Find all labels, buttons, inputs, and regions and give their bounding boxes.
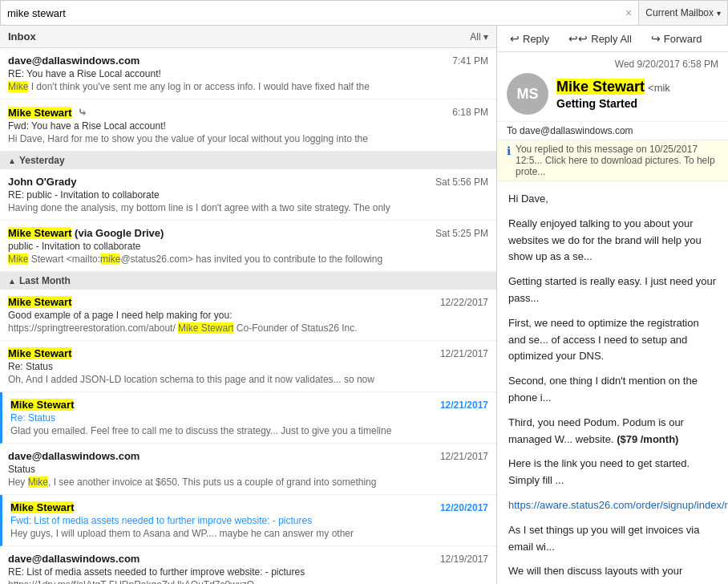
reply-all-label: Reply All	[591, 33, 632, 45]
email-sender: Mike Stewart	[8, 347, 71, 359]
email-preview: Oh, And I added JSON-LD location schema …	[8, 374, 488, 385]
detail-date: Wed 9/20/2017 6:58 PM	[507, 59, 718, 70]
email-sender: Mike Stewart	[8, 296, 71, 308]
detail-toolbar: ↩ Reply ↩↩ Reply All ↪ Forward	[497, 26, 728, 52]
body-paragraph: Here is the link you need to get started…	[508, 456, 717, 489]
body-link-paragraph: https://aware.status26.com/order/signup/…	[508, 497, 717, 514]
body-paragraph: Hi Dave,	[508, 191, 717, 208]
email-sender: Mike Stewart ⤷	[8, 106, 87, 119]
group-header-yesterday: ▲ Yesterday	[0, 152, 496, 169]
info-bar-text: You replied to this message on 10/25/201…	[516, 144, 718, 177]
sender-name-highlight: Mike Stewart	[556, 79, 645, 95]
email-item-header: John O'Grady Sat 5:56 PM	[8, 176, 488, 188]
email-subject: RE: List of media assets needed to furth…	[8, 566, 488, 578]
email-sender: Mike Stewart (via Google Drive)	[8, 227, 164, 239]
email-subject: RE: You have a Rise Local account!	[8, 68, 488, 79]
email-subject: Good example of a page I need help makin…	[8, 310, 488, 321]
forward-label: Forward	[664, 33, 702, 45]
body-paragraph: As I set things up you will get invoices…	[508, 522, 717, 556]
email-sender: dave@dallaswindows.com	[8, 55, 140, 67]
forward-button[interactable]: ↪ Forward	[648, 30, 706, 47]
email-item-header: dave@dallaswindows.com 7:41 PM	[8, 55, 488, 67]
email-time: 12/21/2017	[440, 451, 488, 462]
email-preview: https://springtreerestoration.com/about/…	[8, 322, 488, 334]
list-item[interactable]: dave@dallaswindows.com 12/19/2017 RE: Li…	[0, 546, 496, 584]
body-paragraph: We will then discuss layouts with your c…	[508, 563, 717, 584]
email-time: 7:41 PM	[452, 55, 488, 67]
email-subject: Re: Status	[10, 412, 488, 424]
reply-all-button[interactable]: ↩↩ Reply All	[565, 30, 635, 47]
list-item[interactable]: Mike Stewart (via Google Drive) Sat 5:25…	[0, 221, 496, 272]
all-filter-button[interactable]: All ▾	[470, 31, 488, 43]
main-layout: Inbox All ▾ dave@dallaswindows.com 7:41 …	[0, 26, 728, 584]
list-item[interactable]: Mike Stewart 12/21/2017 Re: Status Oh, A…	[0, 341, 496, 392]
email-preview: Glad you emailed. Feel free to call me t…	[10, 425, 488, 436]
chevron-down-icon: ▾	[717, 9, 721, 18]
email-subject: public - Invitation to collaborate	[8, 241, 488, 252]
collapse-icon: ▲	[8, 277, 16, 286]
email-time: 12/20/2017	[440, 502, 488, 513]
reply-icon: ↩	[510, 32, 520, 45]
email-sender: Mike Stewart	[10, 399, 74, 411]
body-paragraph: Really enjoyed talking to you about your…	[508, 216, 717, 266]
forward-icon: ↪	[651, 32, 661, 45]
forward-icon: ⤷	[78, 106, 87, 119]
email-item-header: Mike Stewart 12/20/2017	[10, 501, 488, 513]
search-bar: × Current Mailbox ▾	[0, 0, 728, 26]
reply-button[interactable]: ↩ Reply	[507, 30, 552, 47]
avatar: MS	[507, 73, 548, 115]
detail-body: Hi Dave, Really enjoyed talking to you a…	[497, 181, 728, 584]
email-time: Sat 5:56 PM	[435, 176, 488, 188]
email-time: 12/19/2017	[440, 554, 488, 565]
email-subject: Fwd: List of media assets needed to furt…	[10, 515, 488, 526]
email-sender: John O'Grady	[8, 176, 76, 188]
detail-to: To dave@dallaswindows.com	[497, 122, 728, 140]
list-item[interactable]: dave@dallaswindows.com 7:41 PM RE: You h…	[0, 48, 496, 99]
signup-link[interactable]: https://aware.status26.com/order/signup/…	[508, 499, 728, 511]
reply-label: Reply	[523, 33, 549, 45]
search-scope-dropdown[interactable]: Current Mailbox ▾	[638, 1, 727, 25]
group-label: Yesterday	[19, 155, 65, 166]
to-label: To	[507, 125, 517, 136]
email-preview: Hey guys, I will upload them to Asana an…	[10, 528, 488, 539]
email-time: Sat 5:25 PM	[435, 228, 488, 239]
email-list-panel: Inbox All ▾ dave@dallaswindows.com 7:41 …	[0, 26, 497, 584]
email-time: 12/21/2017	[440, 348, 488, 359]
email-item-header: Mike Stewart ⤷ 6:18 PM	[8, 106, 488, 119]
search-input[interactable]	[1, 4, 619, 22]
body-paragraph: Third, you need Podum. Podum is our mana…	[508, 415, 717, 448]
email-subject: RE: public - Invitation to collaborate	[8, 189, 488, 201]
email-time: 6:18 PM	[452, 107, 488, 118]
sender-name-row: Mike Stewart <mik	[556, 79, 718, 95]
email-preview: Having done the analysis, my bottom line…	[8, 202, 488, 213]
list-item[interactable]: John O'Grady Sat 5:56 PM RE: public - In…	[0, 169, 496, 221]
email-subject: Re: Status	[8, 361, 488, 372]
list-item[interactable]: Mike Stewart 12/20/2017 Fwd: List of med…	[0, 495, 496, 546]
email-preview: Hey Mike, I see another invoice at $650.…	[8, 477, 488, 488]
inbox-label: Inbox	[8, 30, 36, 43]
list-item[interactable]: Mike Stewart 12/22/2017 Good example of …	[0, 290, 496, 341]
list-item[interactable]: Mike Stewart ⤷ 6:18 PM Fwd: You have a R…	[0, 99, 496, 152]
email-time: 12/21/2017	[440, 399, 488, 411]
email-item-header: dave@dallaswindows.com 12/21/2017	[8, 450, 488, 462]
list-item[interactable]: Mike Stewart 12/21/2017 Re: Status Glad …	[0, 392, 496, 444]
email-item-header: dave@dallaswindows.com 12/19/2017	[8, 553, 488, 565]
sender-email-part: <mik	[648, 82, 670, 94]
email-subject: Status	[8, 464, 488, 475]
detail-subject: Getting Started	[556, 97, 718, 110]
search-clear-button[interactable]: ×	[619, 6, 638, 19]
inbox-header: Inbox All ▾	[0, 26, 496, 48]
email-sender: dave@dallaswindows.com	[8, 450, 140, 462]
detail-info-bar[interactable]: ℹ You replied to this message on 10/25/2…	[497, 140, 728, 181]
email-preview: https://1drv.ms/f/s!AtqT-FURnRakgeZyUkAO…	[8, 579, 488, 584]
email-detail-panel: ↩ Reply ↩↩ Reply All ↪ Forward Wed 9/20/…	[497, 26, 728, 584]
avatar-initials: MS	[517, 86, 539, 103]
to-address: dave@dallaswindows.com	[520, 125, 633, 136]
body-paragraph: Getting started is really easy. I just n…	[508, 274, 717, 307]
sender-info: Mike Stewart <mik Getting Started	[556, 79, 718, 110]
email-item-header: Mike Stewart (via Google Drive) Sat 5:25…	[8, 227, 488, 239]
email-item-header: Mike Stewart 12/22/2017	[8, 296, 488, 308]
list-item[interactable]: dave@dallaswindows.com 12/21/2017 Status…	[0, 444, 496, 495]
email-list: dave@dallaswindows.com 7:41 PM RE: You h…	[0, 48, 496, 584]
info-icon: ℹ	[507, 144, 511, 157]
